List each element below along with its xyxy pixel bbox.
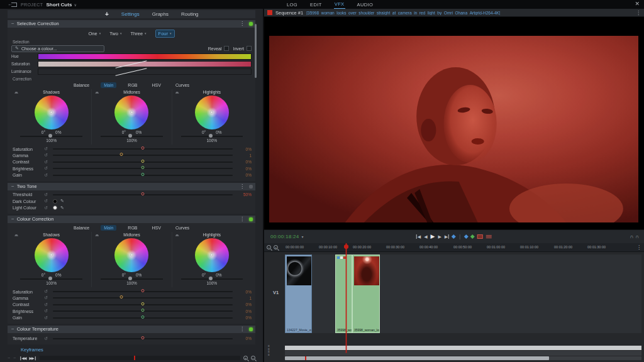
effect-enabled-toggle[interactable] — [249, 22, 253, 26]
kebab-menu-icon[interactable]: ⋮ — [240, 216, 245, 222]
tab-vfx[interactable]: VFX — [334, 0, 345, 9]
timeline-ruler[interactable]: − + 00:00:00:00 00:00:10:00 00:00:20:00 … — [264, 243, 644, 252]
remove-section-icon[interactable] — [477, 234, 483, 239]
prev-keyframe-icon[interactable]: ❙◀◀ — [19, 356, 26, 360]
reset-icon[interactable]: ↺ — [44, 302, 53, 307]
saturation-range-slider[interactable] — [38, 61, 252, 67]
slider-track[interactable] — [53, 317, 233, 319]
panel-scrollbar[interactable] — [255, 24, 257, 78]
zoom-in-icon[interactable]: + — [243, 356, 248, 360]
effect-enabled-toggle[interactable] — [249, 327, 253, 331]
wheel-master-slider[interactable] — [101, 278, 163, 280]
tab-edit[interactable]: EDIT — [309, 1, 323, 9]
slider-track[interactable] — [53, 304, 233, 305]
tab-main[interactable]: Main — [101, 225, 116, 231]
section-colour-correction-header[interactable]: − Colour Correction ⋮ — [8, 216, 255, 223]
edit-pencil-icon[interactable]: ✎ — [60, 199, 64, 204]
section-selective-correction-header[interactable]: − Selective Correction ⋮ — [8, 20, 255, 28]
kebab-menu-icon[interactable]: ⋮ — [240, 21, 245, 26]
slider-track[interactable] — [53, 338, 233, 339]
keyframe-playhead[interactable] — [134, 356, 135, 360]
keyframe-add-icon[interactable]: − — [8, 356, 10, 360]
keyframes-label[interactable]: Keyframes — [21, 347, 263, 353]
keyframe-caret-icon[interactable]: ▾ — [120, 31, 122, 35]
slider-track[interactable] — [53, 194, 233, 195]
section-colour-temperature-header[interactable]: − Colour Temperature ⋮ — [8, 326, 255, 333]
picker-icon[interactable] — [175, 233, 179, 236]
timeline-zoom-out-icon[interactable]: − — [267, 245, 271, 250]
close-icon[interactable]: ✕ — [635, 1, 640, 7]
slider-track[interactable] — [53, 168, 233, 169]
reset-icon[interactable]: ↺ — [44, 315, 53, 321]
section-two-tone-header[interactable]: − Two Tone ⋮ — [8, 183, 255, 190]
audio-track-buttons[interactable]: ≡≡≡≡ — [268, 344, 270, 356]
kebab-menu-icon[interactable]: ⋮ — [240, 184, 245, 189]
tab-hsv[interactable]: HSV — [149, 225, 164, 231]
chevron-down-icon[interactable]: ∨ — [74, 3, 76, 7]
keyframe-remove-icon[interactable]: − — [13, 356, 16, 360]
invert-button[interactable]: Invert — [233, 46, 252, 51]
picker-icon[interactable] — [95, 90, 99, 94]
kebab-menu-icon[interactable]: ⋮ — [636, 10, 641, 16]
video-track-lane[interactable]: 134227_Movie_out_r 35998_woma 35998_woma… — [285, 255, 641, 333]
wheel-master-slider[interactable] — [101, 136, 163, 137]
scrollbar-thumb[interactable] — [285, 356, 549, 360]
reset-icon[interactable]: ↺ — [44, 192, 53, 197]
picker-icon[interactable] — [95, 233, 99, 236]
timeline-clip[interactable]: 35998_woman_looks_ — [352, 255, 380, 333]
video-track-label[interactable]: V1 — [273, 290, 279, 295]
reset-icon[interactable]: ↺ — [44, 153, 53, 158]
tab-audio[interactable]: AUDIO — [357, 1, 374, 9]
reset-icon[interactable]: ↺ — [44, 289, 53, 294]
mark-in-icon[interactable] — [452, 234, 456, 239]
invert-checkbox[interactable] — [247, 46, 252, 51]
tab-main[interactable]: Main — [101, 82, 116, 88]
exit-project-icon[interactable] — [11, 3, 17, 7]
slider-track[interactable] — [53, 148, 233, 150]
color-wheel[interactable] — [35, 238, 69, 272]
slider-track[interactable] — [53, 310, 233, 312]
reset-icon[interactable]: ↺ — [44, 199, 53, 204]
luminance-range-slider[interactable] — [38, 69, 252, 75]
variant-three[interactable]: Three▾ — [130, 31, 146, 36]
slider-track[interactable] — [53, 297, 233, 299]
tab-graphs[interactable]: Graphs — [152, 11, 169, 17]
slider-track[interactable] — [53, 175, 233, 176]
effect-enabled-toggle[interactable] — [249, 217, 253, 221]
collapse-icon[interactable]: − — [11, 184, 14, 189]
project-name[interactable]: Short Cuts — [46, 2, 72, 8]
reveal-button[interactable]: Reveal — [208, 46, 230, 51]
step-back-icon[interactable]: ◀ — [424, 234, 427, 239]
audio-track-a2[interactable] — [285, 351, 641, 356]
dark-colour-swatch[interactable] — [53, 199, 57, 204]
play-icon[interactable]: ▶ — [431, 234, 435, 239]
reset-icon[interactable]: ↺ — [44, 295, 53, 300]
color-wheel[interactable] — [195, 96, 229, 129]
variant-two[interactable]: Two▾ — [109, 31, 121, 36]
tab-rgb[interactable]: RGB — [125, 225, 140, 231]
variant-four[interactable]: Four▾ — [155, 30, 175, 38]
zoom-out-icon[interactable]: − — [251, 356, 255, 360]
kebab-menu-icon[interactable]: ⋮ — [240, 326, 245, 332]
tab-curves[interactable]: Curves — [172, 82, 192, 88]
go-to-end-icon[interactable]: ▶ — [445, 234, 449, 239]
collapse-icon[interactable]: − — [11, 326, 14, 332]
slider-track[interactable] — [53, 291, 233, 292]
audio-track-a1[interactable] — [285, 346, 641, 350]
timeline-scrollbar[interactable] — [285, 356, 641, 360]
wheel-master-slider[interactable] — [181, 136, 243, 137]
timecode-display[interactable]: 00:00:18:24 — [270, 234, 299, 239]
clip-title-link[interactable]: [35998_woman_looks_over_shoulder_straigh… — [306, 11, 500, 15]
tab-settings[interactable]: Settings — [121, 11, 140, 17]
loop-icon[interactable]: ∩ — [630, 234, 634, 239]
tab-log[interactable]: LOG — [286, 1, 298, 9]
effect-enabled-toggle[interactable] — [249, 185, 253, 189]
picker-icon[interactable] — [14, 90, 18, 94]
tab-hsv[interactable]: HSV — [149, 82, 164, 88]
reset-icon[interactable]: ↺ — [44, 336, 53, 341]
reveal-checkbox[interactable] — [224, 46, 229, 51]
headphones-icon[interactable]: ∩ — [635, 234, 639, 239]
reset-icon[interactable]: ↺ — [44, 160, 53, 165]
chevron-down-icon[interactable]: ▾ — [302, 234, 304, 239]
tab-curves[interactable]: Curves — [172, 225, 192, 231]
